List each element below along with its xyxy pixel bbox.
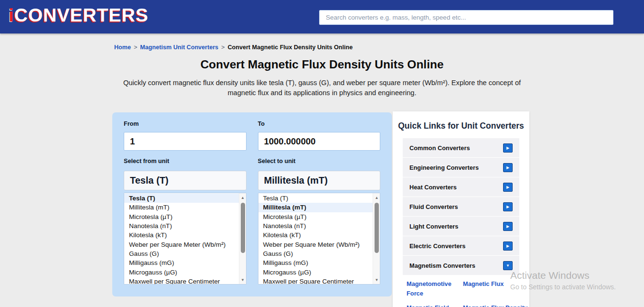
- sidebar-item-engineering-converters[interactable]: Engineering Converters▶: [403, 158, 519, 177]
- quick-link-magnetic-field-strength[interactable]: Magnetic Field Strength: [407, 303, 463, 307]
- logo-letter-i: i: [9, 5, 14, 25]
- sidebar-item-label: Fluid Converters: [409, 203, 458, 210]
- unit-option[interactable]: Kilotesla (kT): [124, 230, 239, 240]
- from-label: From: [124, 121, 247, 127]
- sidebar-item-magnetism-converters[interactable]: Magnetism Converters▼: [403, 256, 519, 275]
- unit-option[interactable]: Gauss (G): [258, 249, 373, 258]
- select-from-unit-label: Select from unit: [124, 158, 247, 164]
- breadcrumb-link[interactable]: Magnetism Unit Converters: [140, 44, 218, 51]
- unit-option[interactable]: Nanotesla (nT): [124, 221, 239, 230]
- to-value-input[interactable]: [258, 132, 381, 151]
- from-unit-display[interactable]: Tesla (T): [124, 171, 247, 190]
- sidebar-item-label: Heat Converters: [409, 184, 457, 191]
- sidebar-item-fluid-converters[interactable]: Fluid Converters▶: [403, 197, 519, 216]
- sidebar-item-common-converters[interactable]: Common Converters▶: [403, 138, 519, 157]
- expand-icon[interactable]: ▶: [503, 163, 513, 172]
- breadcrumb-separator: >: [221, 44, 225, 51]
- unit-option[interactable]: Microtesla (µT): [258, 212, 373, 221]
- scroll-down-icon[interactable]: ▼: [373, 276, 380, 284]
- sidebar-item-heat-converters[interactable]: Heat Converters▶: [403, 177, 519, 197]
- unit-option[interactable]: Nanotesla (nT): [258, 221, 373, 230]
- unit-option[interactable]: Millitesla (mT): [258, 203, 373, 212]
- expand-icon[interactable]: ▶: [503, 202, 513, 211]
- breadcrumb-link[interactable]: Home: [114, 44, 131, 51]
- unit-option[interactable]: Maxwell per Square Centimeter: [258, 277, 373, 285]
- to-list-scrollbar[interactable]: ▲ ▼: [373, 193, 380, 284]
- sidebar-title: Quick Links for Unit Converters: [393, 121, 529, 131]
- to-unit-listbox: Tesla (T)Millitesla (mT)Microtesla (µT)N…: [258, 193, 381, 285]
- page: iCONVERTERS Home>Magnetism Unit Converte…: [0, 0, 644, 307]
- unit-option[interactable]: Microgauss (µG): [258, 267, 373, 276]
- expand-icon[interactable]: ▶: [503, 183, 513, 192]
- scrollbar-thumb[interactable]: [375, 203, 379, 253]
- quick-links-sidebar: Quick Links for Unit Converters Common C…: [393, 111, 529, 307]
- quick-link-magnetic-flux-density[interactable]: Magnetic Flux Density: [463, 303, 530, 307]
- scroll-up-icon[interactable]: ▲: [239, 194, 247, 201]
- header: iCONVERTERS: [0, 0, 644, 33]
- converter-panel: From Select from unit Tesla (T) Tesla (T…: [112, 112, 392, 296]
- to-label: To: [258, 121, 381, 127]
- sidebar-items: Common Converters▶Engineering Converters…: [403, 138, 519, 275]
- sidebar-item-label: Electric Converters: [409, 242, 465, 250]
- site-logo[interactable]: iCONVERTERS: [9, 5, 149, 26]
- select-to-unit-label: Select to unit: [258, 158, 381, 164]
- sidebar-item-electric-converters[interactable]: Electric Converters▶: [403, 236, 519, 255]
- sidebar-item-label: Engineering Converters: [409, 164, 479, 171]
- breadcrumb-separator: >: [134, 44, 137, 51]
- sidebar-item-label: Common Converters: [409, 144, 470, 152]
- page-description: Quickly convert magnetic flux density un…: [115, 78, 529, 98]
- sidebar-item-label: Light Converters: [409, 223, 458, 230]
- magnetism-converter-links: Magnetomotive ForceMagnetic FluxMagnetic…: [407, 279, 523, 307]
- scrollbar-thumb[interactable]: [241, 203, 245, 253]
- from-list-scrollbar[interactable]: ▲ ▼: [239, 193, 246, 284]
- expand-icon[interactable]: ▶: [503, 143, 513, 153]
- unit-option[interactable]: Weber per Square Meter (Wb/m²): [258, 240, 373, 249]
- unit-option[interactable]: Microtesla (µT): [124, 212, 239, 221]
- unit-option[interactable]: Gauss (G): [124, 249, 239, 258]
- from-column: From Select from unit Tesla (T) Tesla (T…: [124, 121, 247, 287]
- unit-option[interactable]: Milligauss (mG): [124, 258, 239, 267]
- unit-option[interactable]: Tesla (T): [124, 194, 239, 203]
- collapse-icon[interactable]: ▼: [503, 261, 513, 270]
- expand-icon[interactable]: ▶: [503, 222, 513, 231]
- from-unit-listbox: Tesla (T)Millitesla (mT)Microtesla (µT)N…: [124, 193, 247, 285]
- scroll-up-icon[interactable]: ▲: [373, 194, 380, 201]
- search-input[interactable]: [319, 10, 613, 25]
- unit-option[interactable]: Microgauss (µG): [124, 267, 239, 276]
- from-unit-options: Tesla (T)Millitesla (mT)Microtesla (µT)N…: [124, 194, 239, 285]
- sidebar-item-label: Magnetism Converters: [409, 262, 475, 269]
- to-column: To Select to unit Millitesla (mT) Tesla …: [258, 121, 381, 287]
- breadcrumb-current: Convert Magnetic Flux Density Units Onli…: [227, 44, 353, 51]
- to-unit-options: Tesla (T)Millitesla (mT)Microtesla (µT)N…: [258, 194, 373, 285]
- unit-option[interactable]: Kilotesla (kT): [258, 230, 373, 240]
- page-title: Convert Magnetic Flux Density Units Onli…: [0, 58, 644, 71]
- unit-option[interactable]: Millitesla (mT): [124, 203, 239, 212]
- sidebar-item-light-converters[interactable]: Light Converters▶: [403, 217, 519, 236]
- logo-text: CONVERTERS: [14, 5, 149, 25]
- unit-option[interactable]: Tesla (T): [258, 194, 373, 203]
- unit-option[interactable]: Maxwell per Square Centimeter: [124, 277, 239, 285]
- from-value-input[interactable]: [124, 132, 247, 151]
- to-unit-display[interactable]: Millitesla (mT): [258, 171, 381, 190]
- unit-option[interactable]: Milligauss (mG): [258, 258, 373, 267]
- unit-option[interactable]: Weber per Square Meter (Wb/m²): [124, 240, 239, 249]
- quick-link-magnetomotive-force[interactable]: Magnetomotive Force: [407, 279, 463, 298]
- quick-link-magnetic-flux[interactable]: Magnetic Flux: [463, 279, 530, 298]
- expand-icon[interactable]: ▶: [503, 241, 513, 251]
- breadcrumb: Home>Magnetism Unit Converters>Convert M…: [114, 44, 353, 51]
- scroll-down-icon[interactable]: ▼: [239, 276, 247, 284]
